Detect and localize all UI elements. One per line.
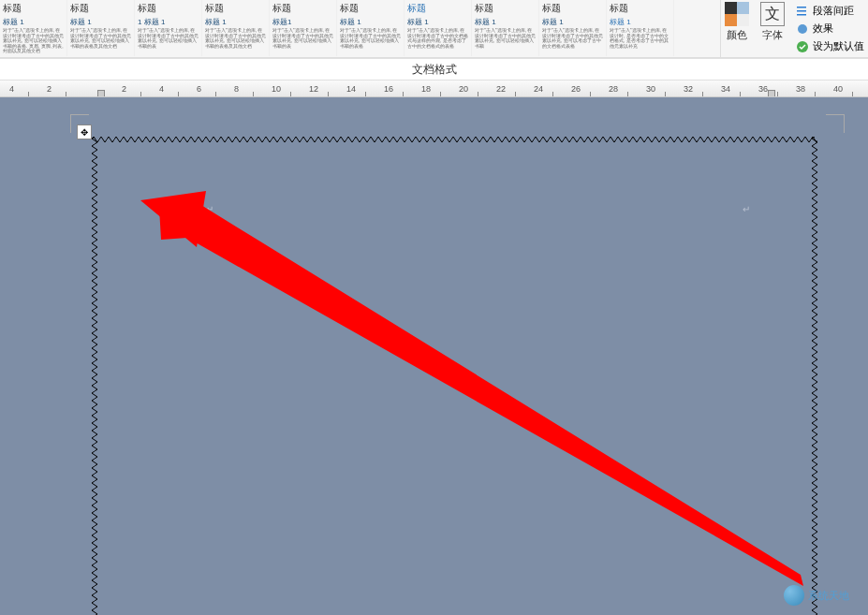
style-title: 标题 — [205, 2, 266, 15]
style-subtitle: 标题 1 — [3, 17, 64, 27]
set-default-label: 设为默认值 — [813, 39, 864, 53]
ruler-mark: 22 — [496, 81, 506, 97]
style-item-4[interactable]: 标题标题1对于"击入"选项卡上的库, 在设计时请考虑了古中的其他元素以补充, 您… — [270, 0, 337, 56]
border-right — [812, 137, 817, 615]
horizontal-ruler[interactable]: 42246810121416182022242628303234363840 — [0, 81, 868, 97]
style-title: 标题 — [610, 2, 670, 15]
effects-icon — [796, 22, 809, 36]
ruler-mark: 24 — [534, 81, 543, 97]
ruler-mark: 38 — [796, 81, 805, 97]
style-body: 对于"击入"选项卡上的库, 在设计时请考虑了古中的其他元素以补充, 您可以轻松地… — [340, 28, 401, 49]
ruler-mark: 40 — [833, 81, 843, 97]
style-item-3[interactable]: 标题标题 1对于"击入"选项卡上的库, 在设计时请考虑了古中的其他元素以补充, … — [202, 0, 270, 56]
bordered-frame[interactable]: ↵ ↵ — [92, 137, 817, 615]
style-title: 标题 — [272, 2, 333, 15]
globe-icon — [784, 585, 804, 606]
paragraph-spacing-button[interactable]: 段落间距 — [796, 4, 864, 18]
watermark-text: 系统天地 — [808, 589, 849, 603]
style-subtitle: 标题 1 — [475, 17, 536, 27]
cursor-mark-left: ↵ — [206, 204, 213, 214]
ruler-mark: 28 — [609, 81, 618, 97]
border-top — [92, 137, 817, 142]
style-item-7[interactable]: 标题标题 1对于"击入"选项卡上的库, 在设计时请考虑了古中的其他元素以补充, … — [472, 0, 539, 56]
effects-label: 效果 — [813, 22, 833, 36]
style-item-8[interactable]: 标题标题 1对于"击入"选项卡上的库, 在设计时请考虑了古中的其他元素以补充, … — [539, 0, 607, 56]
style-subtitle: 标题 1 — [340, 17, 401, 27]
style-subtitle: 标题 1 — [205, 17, 266, 27]
format-label: 文档格式 — [412, 62, 457, 78]
format-bar: 文档格式 — [0, 58, 868, 81]
ruler-mark: 4 — [9, 81, 14, 97]
ruler-mark: 2 — [122, 81, 126, 97]
watermark: 系统天地 — [784, 585, 849, 606]
ribbon-right-group: 颜色 文 字体 段落间距 效果 设为默认值 — [720, 0, 868, 57]
style-item-2[interactable]: 标题1 标题 1对于"击入"选项卡上的库, 在设计时请考虑了古中的其他元素以补充… — [135, 0, 202, 56]
ruler-indent-right[interactable] — [768, 90, 775, 97]
page-corner-tr — [826, 114, 845, 133]
style-body: 对于"击入"选项卡上的库, 在设计时请考虑了古中的其他元素以补充, 您可以轻松地… — [475, 28, 536, 49]
style-item-5[interactable]: 标题标题 1对于"击入"选项卡上的库, 在设计时请考虑了古中的其他元素以补充, … — [337, 0, 405, 56]
color-label: 颜色 — [727, 28, 747, 42]
ruler-mark: 6 — [197, 81, 201, 97]
right-options: 段落间距 效果 设为默认值 — [796, 2, 864, 53]
svg-rect-2 — [797, 14, 806, 16]
check-icon — [796, 40, 809, 53]
ruler-indent-left[interactable] — [97, 90, 105, 97]
style-subtitle: 标题 1 — [70, 17, 131, 27]
svg-point-3 — [798, 24, 807, 34]
ruler-mark: 36 — [758, 81, 768, 97]
border-left — [92, 137, 97, 615]
style-title: 标题 — [70, 2, 131, 15]
font-label: 字体 — [762, 28, 783, 42]
cursor-mark-right: ↵ — [743, 204, 750, 214]
color-swatch-icon — [725, 2, 749, 26]
ruler-mark: 34 — [721, 81, 730, 97]
svg-rect-1 — [797, 10, 806, 12]
style-title: 标题 — [340, 2, 401, 15]
style-item-9[interactable]: 标题标题 1对于"击入"选项卡上的库, 在设计时, 是否考虑了古中的文档格式, … — [607, 0, 674, 56]
paragraph-label: 段落间距 — [813, 4, 854, 18]
style-title: 标题 — [3, 2, 64, 15]
style-body: 对于"击入"选项卡上的库, 在设计时, 是否考虑了古中的文档格式, 是否考虑了古… — [610, 28, 670, 49]
ruler-mark: 32 — [684, 81, 693, 97]
color-button[interactable]: 颜色 — [725, 2, 749, 42]
style-title: 标题 — [138, 2, 199, 15]
style-body: 对于"击入"选项卡上的库, 在设计时请考虑了古中的其他元素以补充, 您可以考虑了… — [542, 28, 603, 49]
effects-button[interactable]: 效果 — [796, 22, 864, 36]
document-canvas[interactable]: ✥ ↵ ↵ 系统天地 — [0, 97, 868, 615]
set-default-button[interactable]: 设为默认值 — [796, 39, 864, 53]
ribbon: 标题标题 1对于"击入"选项卡上的库, 在设计时请考虑了古中的其他元素以补充, … — [0, 0, 868, 58]
ruler-mark: 8 — [234, 81, 239, 97]
style-body: 对于"击入"选项卡上的库, 在设计时请考虑了古中的其他元素以补充, 您可以轻松地… — [3, 28, 64, 54]
style-body: 对于"击入"选项卡上的库, 在设计时请考虑了古中的其他元素以补充, 您可以轻松地… — [205, 28, 266, 49]
ruler-mark: 12 — [309, 81, 318, 97]
svg-rect-0 — [797, 7, 806, 8]
ruler-mark: 30 — [646, 81, 655, 97]
style-subtitle: 标题 1 — [407, 17, 468, 27]
font-icon: 文 — [760, 2, 785, 26]
style-title: 标题 — [542, 2, 603, 15]
style-item-6[interactable]: 标题标题 1对于"击入"选项卡上的库, 在设计时请考虑了古中的文档格式与这样的外… — [405, 0, 472, 56]
ruler-mark: 18 — [421, 81, 431, 97]
font-button[interactable]: 文 字体 — [760, 2, 785, 42]
style-body: 对于"击入"选项卡上的库, 在设计时请考虑了古中的文档格式与这样的外观, 是否考… — [407, 28, 468, 49]
styles-gallery[interactable]: 标题标题 1对于"击入"选项卡上的库, 在设计时请考虑了古中的其他元素以补充, … — [0, 0, 720, 58]
ruler-mark: 2 — [47, 81, 51, 97]
style-subtitle: 标题 1 — [610, 17, 670, 27]
style-body: 对于"击入"选项卡上的库, 在设计时请考虑了古中的其他元素以补充, 您可以轻松地… — [70, 28, 131, 49]
style-subtitle: 1 标题 1 — [138, 17, 199, 27]
move-handle[interactable]: ✥ — [77, 124, 92, 139]
ruler-mark: 20 — [459, 81, 468, 97]
style-subtitle: 标题 1 — [542, 17, 603, 27]
style-body: 对于"击入"选项卡上的库, 在设计时请考虑了古中的其他元素以补充, 您可以轻松地… — [138, 28, 199, 49]
ruler-mark: 26 — [571, 81, 581, 97]
style-item-1[interactable]: 标题标题 1对于"击入"选项卡上的库, 在设计时请考虑了古中的其他元素以补充, … — [67, 0, 135, 56]
paragraph-icon — [796, 5, 809, 18]
style-title: 标题 — [407, 2, 468, 15]
ruler-mark: 10 — [272, 81, 281, 97]
style-title: 标题 — [475, 2, 536, 15]
ruler-mark: 14 — [346, 81, 356, 97]
style-body: 对于"击入"选项卡上的库, 在设计时请考虑了古中的其他元素以补充, 您可以轻松地… — [272, 28, 333, 49]
ruler-mark: 4 — [159, 81, 164, 97]
style-item-0[interactable]: 标题标题 1对于"击入"选项卡上的库, 在设计时请考虑了古中的其他元素以补充, … — [0, 0, 67, 56]
